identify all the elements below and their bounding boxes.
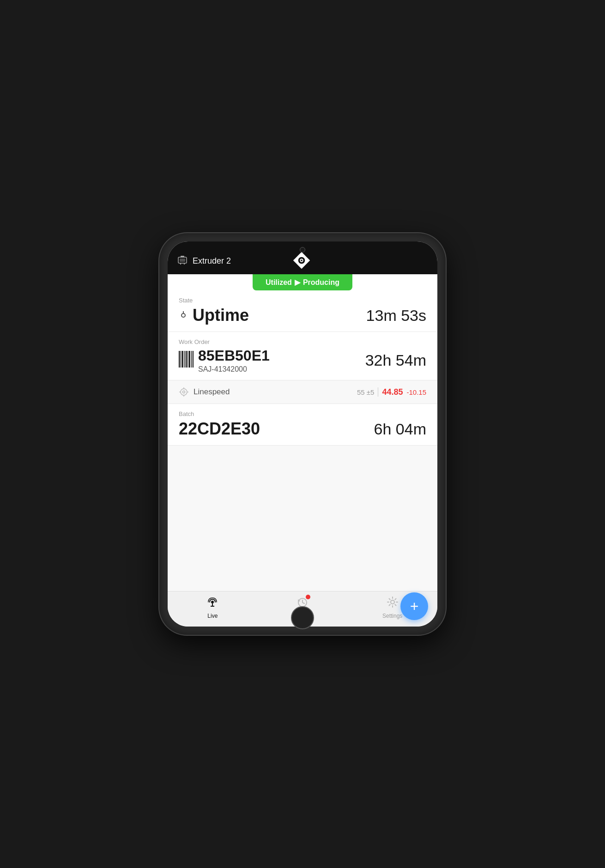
- svg-rect-11: [179, 351, 180, 368]
- linespeed-delta: -10.15: [406, 388, 426, 396]
- work-order-time: 32h 54m: [365, 351, 426, 369]
- svg-rect-16: [188, 351, 188, 368]
- linespeed-left: Linespeed: [179, 387, 230, 397]
- batch-label: Batch: [179, 410, 426, 417]
- linespeed-target: 55 ±5: [357, 388, 374, 396]
- svg-point-8: [301, 259, 302, 261]
- camera: [300, 247, 305, 253]
- batch-id: 22CD2E30: [179, 419, 260, 439]
- live-icon: [206, 596, 218, 611]
- home-button[interactable]: [291, 606, 314, 629]
- work-order-info: 85EB50E1 SAJ-41342000: [198, 347, 270, 374]
- status-text-right: Producing: [303, 278, 339, 287]
- work-order-section: Work Order: [168, 332, 437, 380]
- fab-button[interactable]: +: [400, 592, 428, 620]
- screen: Extruder 2 Utilized ▶ Producing: [168, 241, 437, 627]
- batch-row: 22CD2E30 6h 04m: [179, 419, 426, 439]
- batch-section: Batch 22CD2E30 6h 04m: [168, 404, 437, 446]
- fab-plus-icon: +: [410, 599, 419, 614]
- status-arrow: ▶: [295, 278, 300, 287]
- linespeed-section: Linespeed 55 ±5 44.85 -10.15: [168, 380, 437, 404]
- status-text-left: Utilized: [266, 278, 292, 287]
- main-content: Utilized ▶ Producing State: [168, 274, 437, 627]
- settings-label: Settings: [382, 613, 402, 619]
- batch-time: 6h 04m: [374, 420, 426, 438]
- live-label: Live: [207, 613, 218, 619]
- state-title: Uptime: [193, 306, 249, 325]
- svg-rect-19: [193, 351, 194, 368]
- barcode-icon: [179, 351, 194, 371]
- svg-rect-13: [182, 351, 183, 368]
- svg-point-9: [182, 313, 185, 317]
- svg-rect-1: [180, 259, 185, 262]
- linespeed-right: 55 ±5 44.85 -10.15: [357, 387, 426, 397]
- work-order-label: Work Order: [179, 338, 426, 345]
- work-order-left: 85EB50E1 SAJ-41342000: [179, 347, 270, 374]
- svg-point-20: [181, 389, 187, 395]
- work-order-row: 85EB50E1 SAJ-41342000 32h 54m: [179, 347, 426, 374]
- machine-icon: [177, 254, 188, 268]
- work-order-id: 85EB50E1: [198, 347, 270, 364]
- state-label: State: [179, 297, 426, 304]
- header: Extruder 2: [168, 241, 437, 274]
- state-row: Uptime 13m 53s: [179, 306, 426, 325]
- tablet-device: Extruder 2 Utilized ▶ Producing: [159, 233, 446, 635]
- svg-rect-18: [191, 351, 192, 368]
- linespeed-actual: 44.85: [382, 387, 403, 397]
- svg-point-21: [183, 391, 185, 393]
- svg-rect-15: [186, 351, 187, 368]
- work-order-sub: SAJ-41342000: [198, 365, 270, 374]
- machine-title: Extruder 2: [193, 256, 231, 266]
- state-left: Uptime: [179, 306, 249, 325]
- status-badge: Utilized ▶ Producing: [253, 274, 352, 290]
- history-badge: [306, 595, 310, 599]
- app-logo: [292, 251, 313, 271]
- svg-rect-17: [189, 351, 190, 368]
- empty-area: [168, 446, 437, 591]
- state-value: 13m 53s: [366, 307, 426, 325]
- svg-rect-3: [180, 263, 181, 265]
- uptime-icon: [179, 311, 188, 320]
- svg-point-30: [391, 600, 394, 604]
- svg-rect-2: [181, 256, 184, 257]
- nav-live[interactable]: Live: [168, 596, 258, 619]
- crosshair-icon: [179, 387, 189, 397]
- svg-rect-14: [184, 351, 185, 368]
- linespeed-label: Linespeed: [194, 387, 230, 397]
- status-banner: Utilized ▶ Producing: [168, 274, 437, 290]
- header-left: Extruder 2: [177, 254, 231, 268]
- svg-rect-4: [184, 263, 185, 265]
- svg-rect-12: [181, 351, 182, 368]
- svg-point-26: [211, 601, 214, 603]
- linespeed-divider: [378, 387, 378, 397]
- state-section: State Uptime 13m 53s: [168, 290, 437, 332]
- settings-icon: [387, 596, 399, 611]
